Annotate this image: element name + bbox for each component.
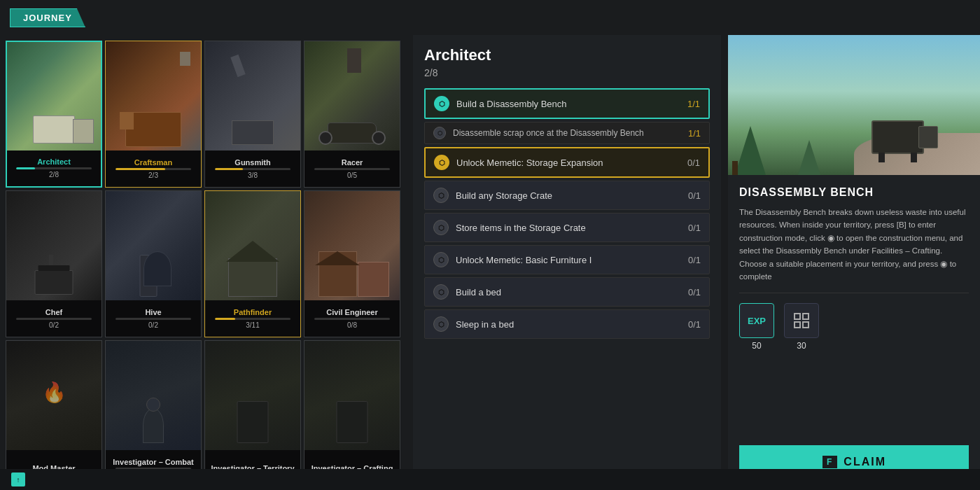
task-text-8: Sleep in a bed: [456, 319, 681, 330]
task-text-5: Store items in the Storage Crate: [456, 223, 681, 233]
task-icon-7: ⬡: [433, 284, 449, 300]
task-count-7: 0/1: [688, 287, 701, 298]
card-gunsmith-name: Gunsmith: [234, 158, 270, 167]
reward-other: 30: [784, 303, 819, 351]
task-item-2[interactable]: ⬡ Disassemble scrap once at the Disassem…: [424, 122, 710, 144]
task-text-1: Build a Disassembly Bench: [456, 99, 680, 109]
task-icon-5: ⬡: [433, 220, 449, 235]
reward-exp: EXP 50: [739, 303, 774, 351]
task-item-5[interactable]: ⬡ Store items in the Storage Crate 0/1: [424, 213, 710, 242]
preview-image: [728, 35, 980, 175]
task-list: ⬡ Build a Disassembly Bench 1/1 ⬡ Disass…: [424, 88, 710, 339]
svg-rect-0: [794, 314, 800, 319]
task-item-3[interactable]: ⬡ Unlock Memetic: Storage Expansion 0/1: [424, 147, 710, 178]
svg-rect-2: [794, 322, 800, 328]
reward-other-icon: [784, 303, 819, 338]
card-inv-territory[interactable]: Investigator – Territory 🔒: [204, 340, 301, 487]
card-inv-combat[interactable]: Investigator – Combat 0/3: [105, 340, 202, 487]
task-text-7: Build a bed: [456, 287, 681, 298]
card-inv-combat-name: Investigator – Combat: [113, 458, 194, 466]
card-racer[interactable]: Racer 0/5: [304, 41, 400, 188]
claim-label: CLAIM: [844, 456, 886, 468]
card-architect[interactable]: Architect 2/8: [6, 41, 102, 188]
card-hive-name: Hive: [145, 308, 161, 316]
svg-rect-3: [803, 322, 808, 328]
task-icon-6: ⬡: [433, 252, 449, 267]
card-hive-progress: 0/2: [148, 321, 158, 329]
card-gunsmith[interactable]: Gunsmith 3/8: [204, 41, 301, 188]
right-panel: DISASSEMBLY BENCH The Disassembly Bench …: [728, 35, 980, 490]
reward-exp-value: 50: [752, 341, 761, 351]
info-section: DISASSEMBLY BENCH The Disassembly Bench …: [728, 175, 980, 445]
task-count-1: 1/1: [687, 99, 700, 109]
task-count-6: 0/1: [688, 255, 701, 265]
svg-rect-1: [803, 314, 808, 319]
reward-exp-icon: EXP: [739, 303, 774, 338]
card-craftsman-progress: 2/3: [148, 172, 158, 179]
task-icon-3: ⬡: [434, 155, 449, 170]
bottom-bar: ↑: [0, 469, 980, 490]
detail-progress: 2/8: [424, 67, 710, 78]
claim-key: F: [822, 455, 838, 469]
card-chef-progress: 0/2: [49, 321, 59, 329]
task-text-3: Unlock Memetic: Storage Expansion: [456, 158, 680, 168]
card-chef[interactable]: Chef 0/2: [6, 190, 102, 337]
card-craftsman-name: Craftsman: [134, 158, 172, 167]
bottom-icon: ↑: [11, 472, 25, 486]
card-craftsman[interactable]: Craftsman 2/3: [105, 41, 202, 188]
card-pathfinder[interactable]: Pathfinder 3/11: [204, 190, 301, 337]
card-racer-name: Racer: [342, 158, 363, 167]
task-icon-1: ⬡: [434, 96, 449, 111]
divider: [739, 293, 969, 293]
card-architect-name: Architect: [37, 158, 71, 166]
card-pathfinder-name: Pathfinder: [234, 308, 272, 316]
card-civil-engineer-progress: 0/8: [347, 321, 357, 329]
bench-description: The Disassembly Bench breaks down useles…: [739, 206, 969, 283]
journey-tab[interactable]: JOURNEY: [10, 8, 85, 27]
card-gunsmith-progress: 3/8: [248, 172, 258, 179]
cards-panel: Architect 2/8 Craftsman 2/3 Gunsmith 3/8: [0, 35, 406, 490]
task-text-2: Disassemble scrap once at the Disassembl…: [453, 128, 681, 138]
card-chef-name: Chef: [46, 308, 62, 316]
task-item-6[interactable]: ⬡ Unlock Memetic: Basic Furniture I 0/1: [424, 245, 710, 274]
card-pathfinder-progress: 3/11: [246, 321, 259, 329]
card-civil-engineer[interactable]: Civil Engineer 0/8: [304, 190, 400, 337]
task-count-8: 0/1: [688, 319, 701, 330]
task-count-4: 0/1: [688, 190, 701, 201]
task-text-4: Build any Storage Crate: [456, 190, 681, 201]
task-icon-8: ⬡: [433, 316, 449, 332]
card-hive[interactable]: Hive 0/2: [105, 190, 202, 337]
card-architect-progress: 2/8: [49, 171, 59, 178]
task-item-8[interactable]: ⬡ Sleep in a bed 0/1: [424, 309, 710, 339]
reward-other-value: 30: [797, 341, 806, 351]
card-inv-crafting[interactable]: Investigator – Crafting 🔒: [304, 340, 400, 487]
bench-title: DISASSEMBLY BENCH: [739, 186, 969, 199]
card-racer-progress: 0/5: [347, 172, 357, 179]
middle-panel: Architect 2/8 ⬡ Build a Disassembly Benc…: [413, 35, 721, 490]
card-mod-master[interactable]: 🔥 Mod Master 🔒: [6, 340, 102, 487]
task-item-7[interactable]: ⬡ Build a bed 0/1: [424, 277, 710, 307]
card-civil-engineer-name: Civil Engineer: [326, 308, 377, 316]
task-count-5: 0/1: [688, 223, 701, 233]
task-text-6: Unlock Memetic: Basic Furniture I: [456, 255, 681, 265]
task-count-3: 0/1: [687, 158, 700, 168]
rewards-row: EXP 50 30: [739, 303, 969, 351]
task-count-2: 1/1: [688, 128, 701, 139]
task-item-4[interactable]: ⬡ Build any Storage Crate 0/1: [424, 181, 710, 210]
detail-title: Architect: [424, 46, 710, 64]
task-icon-4: ⬡: [433, 188, 449, 203]
task-item-1[interactable]: ⬡ Build a Disassembly Bench 1/1: [424, 88, 710, 119]
task-icon-2: ⬡: [433, 127, 446, 139]
